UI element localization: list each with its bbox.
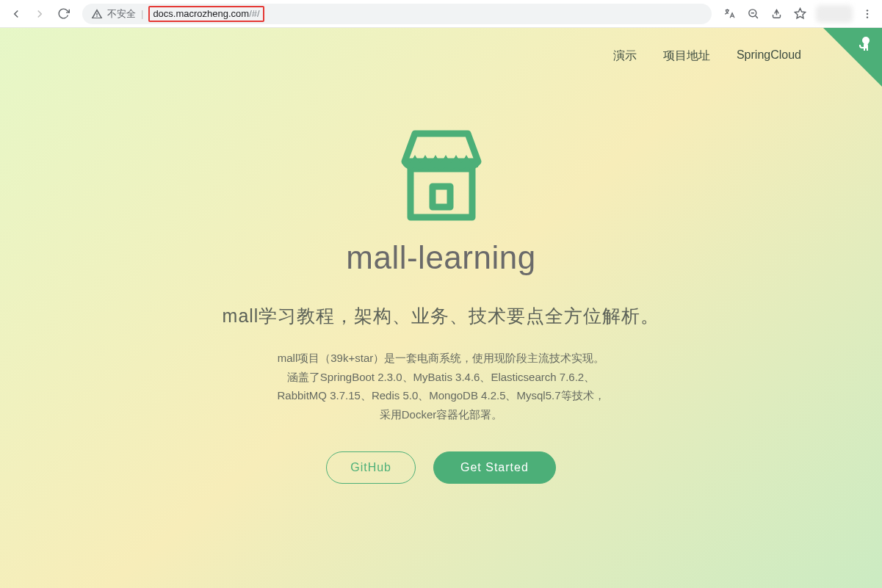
star-icon[interactable] bbox=[789, 4, 810, 24]
desc-line-4: 采用Docker容器化部署。 bbox=[111, 405, 772, 424]
extension-blur bbox=[816, 5, 853, 23]
store-logo-icon bbox=[390, 123, 493, 229]
browser-menu-button[interactable] bbox=[857, 4, 878, 24]
svg-point-4 bbox=[867, 16, 868, 18]
url-path: /#/ bbox=[249, 7, 259, 21]
reload-button[interactable] bbox=[53, 4, 73, 24]
github-button[interactable]: GitHub bbox=[326, 451, 416, 484]
address-bar[interactable]: 不安全 | docs.macrozheng.com/#/ bbox=[82, 4, 712, 24]
page-content: 演示 项目地址 SpringCloud mall-learning mall学习… bbox=[0, 28, 882, 588]
github-corner-icon[interactable] bbox=[857, 35, 875, 56]
hero-section: mall-learning mall学习教程，架构、业务、技术要点全方位解析。 … bbox=[111, 123, 772, 484]
nav-link-repo[interactable]: 项目地址 bbox=[663, 48, 710, 64]
page-description: mall项目（39k+star）是一套电商系统，使用现阶段主流技术实现。 涵盖了… bbox=[111, 349, 772, 424]
page-title: mall-learning bbox=[111, 239, 772, 276]
back-button[interactable] bbox=[6, 4, 26, 24]
share-icon[interactable] bbox=[766, 4, 787, 24]
svg-point-3 bbox=[867, 12, 868, 14]
desc-line-1: mall项目（39k+star）是一套电商系统，使用现阶段主流技术实现。 bbox=[111, 349, 772, 368]
top-nav: 演示 项目地址 SpringCloud bbox=[613, 48, 801, 64]
desc-line-2: 涵盖了SpringBoot 2.3.0、MyBatis 3.4.6、Elasti… bbox=[111, 368, 772, 387]
url-highlight-box: docs.macrozheng.com/#/ bbox=[148, 6, 264, 22]
forward-button[interactable] bbox=[29, 4, 50, 24]
translate-icon[interactable] bbox=[719, 4, 740, 24]
separator: | bbox=[141, 8, 143, 19]
desc-line-3: RabbitMQ 3.7.15、Redis 5.0、MongoDB 4.2.5、… bbox=[111, 386, 772, 405]
browser-toolbar: 不安全 | docs.macrozheng.com/#/ bbox=[0, 0, 882, 28]
get-started-button[interactable]: Get Started bbox=[433, 451, 556, 484]
nav-link-springcloud[interactable]: SpringCloud bbox=[737, 48, 801, 64]
hero-buttons: GitHub Get Started bbox=[111, 451, 772, 484]
svg-rect-6 bbox=[433, 186, 450, 207]
url-host: docs.macrozheng.com bbox=[153, 7, 249, 21]
svg-marker-1 bbox=[795, 8, 805, 18]
zoom-icon[interactable] bbox=[742, 4, 763, 24]
warning-icon bbox=[91, 8, 103, 20]
page-subtitle: mall学习教程，架构、业务、技术要点全方位解析。 bbox=[111, 304, 772, 328]
nav-link-demo[interactable]: 演示 bbox=[613, 48, 637, 64]
insecure-label: 不安全 bbox=[107, 7, 136, 21]
svg-point-2 bbox=[867, 10, 868, 11]
